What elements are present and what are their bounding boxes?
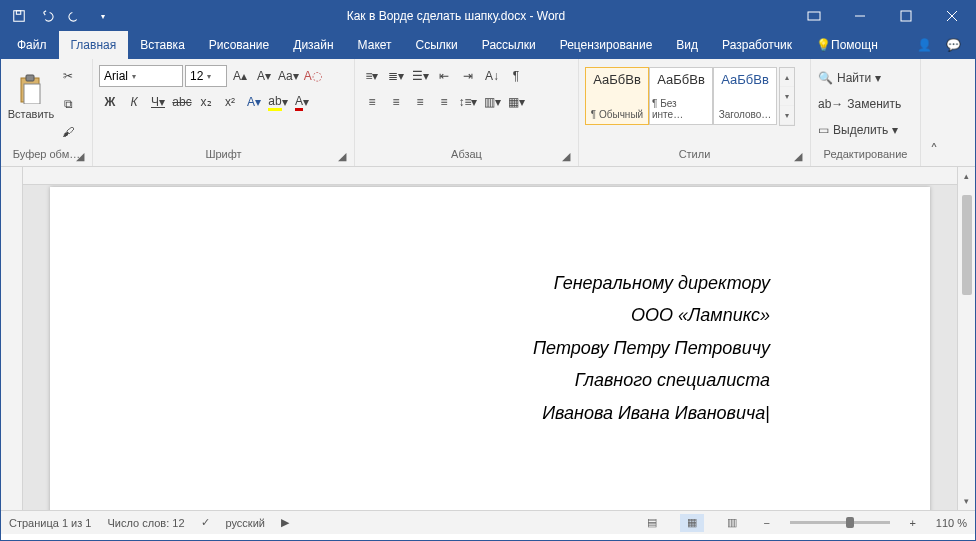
show-marks-icon[interactable]: ¶ xyxy=(505,65,527,87)
styles-down-icon[interactable]: ▾ xyxy=(780,87,794,106)
web-layout-icon[interactable]: ▥ xyxy=(720,514,744,532)
undo-icon[interactable] xyxy=(35,4,59,28)
document-area[interactable]: Генеральному директору ООО «Лампикс» Пет… xyxy=(23,185,957,510)
select-button[interactable]: ▭ Выделить ▾ xyxy=(817,119,914,141)
font-color-icon[interactable]: A▾ xyxy=(291,91,313,113)
tab-mailings[interactable]: Рассылки xyxy=(470,31,548,59)
underline-button[interactable]: Ч▾ xyxy=(147,91,169,113)
svg-rect-4 xyxy=(901,11,911,21)
doc-line[interactable]: Главного специалиста xyxy=(350,364,770,396)
document-content[interactable]: Генеральному директору ООО «Лампикс» Пет… xyxy=(350,267,770,429)
align-right-icon[interactable]: ≡ xyxy=(409,91,431,113)
doc-line[interactable]: ООО «Лампикс» xyxy=(350,299,770,331)
increase-indent-icon[interactable]: ⇥ xyxy=(457,65,479,87)
tab-view[interactable]: Вид xyxy=(664,31,710,59)
doc-line[interactable]: Генеральному директору xyxy=(350,267,770,299)
sort-icon[interactable]: A↓ xyxy=(481,65,503,87)
paste-label: Вставить xyxy=(8,108,55,120)
strike-button[interactable]: abc xyxy=(171,91,193,113)
tab-layout[interactable]: Макет xyxy=(346,31,404,59)
paragraph-launcher-icon[interactable]: ◢ xyxy=(560,150,572,162)
borders-icon[interactable]: ▦▾ xyxy=(505,91,527,113)
align-center-icon[interactable]: ≡ xyxy=(385,91,407,113)
font-launcher-icon[interactable]: ◢ xyxy=(336,150,348,162)
styles-up-icon[interactable]: ▴ xyxy=(780,68,794,87)
zoom-level[interactable]: 110 % xyxy=(936,517,967,529)
tab-references[interactable]: Ссылки xyxy=(404,31,470,59)
styles-more-icon[interactable]: ▾ xyxy=(780,106,794,125)
close-icon[interactable] xyxy=(929,1,975,31)
clipboard-group-label: Буфер обм…◢ xyxy=(5,148,88,166)
print-layout-icon[interactable]: ▦ xyxy=(680,514,704,532)
read-mode-icon[interactable]: ▤ xyxy=(640,514,664,532)
clear-format-icon[interactable]: A◌ xyxy=(302,65,324,87)
format-painter-icon[interactable]: 🖌 xyxy=(57,121,79,143)
zoom-thumb[interactable] xyxy=(846,517,854,528)
tab-draw[interactable]: Рисование xyxy=(197,31,281,59)
replace-button[interactable]: ab→ Заменить xyxy=(817,93,914,115)
bold-button[interactable]: Ж xyxy=(99,91,121,113)
subscript-icon[interactable]: x₂ xyxy=(195,91,217,113)
clipboard-launcher-icon[interactable]: ◢ xyxy=(74,150,86,162)
highlight-icon[interactable]: ab▾ xyxy=(267,91,289,113)
doc-line[interactable]: Петрову Петру Петровичу xyxy=(350,332,770,364)
superscript-icon[interactable]: x² xyxy=(219,91,241,113)
status-macro-icon[interactable]: ▶ xyxy=(281,516,289,529)
status-page[interactable]: Страница 1 из 1 xyxy=(9,517,91,529)
minimize-icon[interactable] xyxy=(837,1,883,31)
paste-button[interactable]: Вставить xyxy=(5,61,57,133)
save-icon[interactable] xyxy=(7,4,31,28)
numbering-icon[interactable]: ≣▾ xyxy=(385,65,407,87)
doc-line[interactable]: Иванова Ивана Ивановича xyxy=(350,397,770,429)
tab-insert[interactable]: Вставка xyxy=(128,31,197,59)
scroll-thumb[interactable] xyxy=(962,195,972,295)
decrease-indent-icon[interactable]: ⇤ xyxy=(433,65,455,87)
redo-icon[interactable] xyxy=(63,4,87,28)
copy-icon[interactable]: ⧉ xyxy=(57,93,79,115)
comments-icon[interactable]: 💬 xyxy=(946,38,961,52)
align-left-icon[interactable]: ≡ xyxy=(361,91,383,113)
style-heading1[interactable]: АаБбВвЗаголово… xyxy=(713,67,777,125)
ribbon-display-icon[interactable] xyxy=(791,1,837,31)
collapse-ribbon-icon[interactable]: ˄ xyxy=(921,59,947,166)
share-icon[interactable]: 👤 xyxy=(917,38,932,52)
style-no-spacing[interactable]: АаБбВв¶ Без инте… xyxy=(649,67,713,125)
zoom-out-icon[interactable]: − xyxy=(760,517,774,529)
grow-font-icon[interactable]: A▴ xyxy=(229,65,251,87)
styles-launcher-icon[interactable]: ◢ xyxy=(792,150,804,162)
justify-icon[interactable]: ≡ xyxy=(433,91,455,113)
workspace: Генеральному директору ООО «Лампикс» Пет… xyxy=(1,167,975,510)
find-button[interactable]: 🔍 Найти ▾ xyxy=(817,67,914,89)
font-size-combo[interactable]: 12▾ xyxy=(185,65,227,87)
line-spacing-icon[interactable]: ↕≡▾ xyxy=(457,91,479,113)
status-proofing-icon[interactable]: ✓ xyxy=(201,516,210,529)
tab-review[interactable]: Рецензирование xyxy=(548,31,665,59)
change-case-icon[interactable]: Aa▾ xyxy=(277,65,300,87)
maximize-icon[interactable] xyxy=(883,1,929,31)
vertical-scrollbar[interactable]: ▴ ▾ xyxy=(957,167,975,510)
shading-icon[interactable]: ▥▾ xyxy=(481,91,503,113)
zoom-in-icon[interactable]: + xyxy=(906,517,920,529)
status-language[interactable]: русский xyxy=(226,517,265,529)
tab-file[interactable]: Файл xyxy=(5,31,59,59)
multilevel-icon[interactable]: ☰▾ xyxy=(409,65,431,87)
svg-rect-0 xyxy=(14,11,25,22)
scroll-down-icon[interactable]: ▾ xyxy=(964,496,969,506)
zoom-slider[interactable] xyxy=(790,521,890,524)
status-words[interactable]: Число слов: 12 xyxy=(107,517,184,529)
tab-tellme[interactable]: 💡 Помощн xyxy=(804,31,890,59)
tab-developer[interactable]: Разработчик xyxy=(710,31,804,59)
qat-dropdown-icon[interactable]: ▾ xyxy=(91,4,115,28)
tab-home[interactable]: Главная xyxy=(59,31,129,59)
bullets-icon[interactable]: ≡▾ xyxy=(361,65,383,87)
scroll-up-icon[interactable]: ▴ xyxy=(964,171,969,181)
text-effects-icon[interactable]: A▾ xyxy=(243,91,265,113)
italic-button[interactable]: К xyxy=(123,91,145,113)
cut-icon[interactable]: ✂ xyxy=(57,65,79,87)
font-name-combo[interactable]: Arial▾ xyxy=(99,65,183,87)
style-normal[interactable]: АаБбВв¶ Обычный xyxy=(585,67,649,125)
page[interactable]: Генеральному директору ООО «Лампикс» Пет… xyxy=(50,187,930,510)
group-styles: АаБбВв¶ Обычный АаБбВв¶ Без инте… АаБбВв… xyxy=(579,59,811,166)
tab-design[interactable]: Дизайн xyxy=(281,31,345,59)
shrink-font-icon[interactable]: A▾ xyxy=(253,65,275,87)
